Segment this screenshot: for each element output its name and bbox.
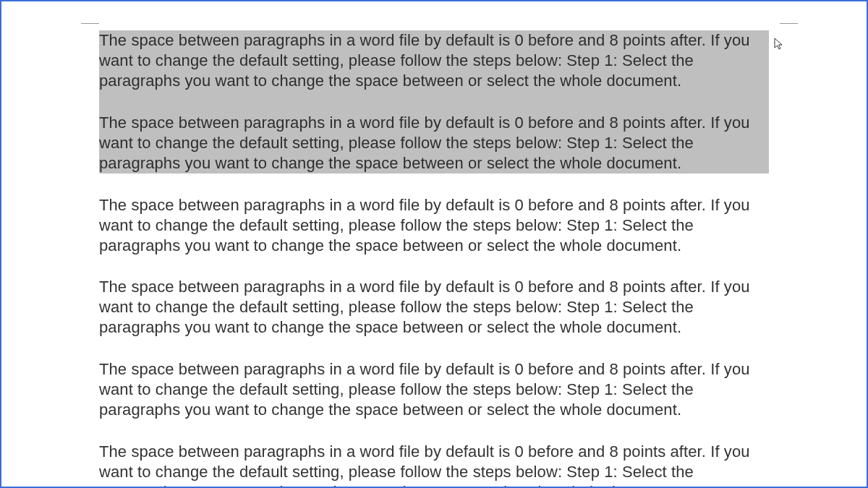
document-page: The space between paragraphs in a word f… bbox=[1, 1, 867, 488]
document-body[interactable]: The space between paragraphs in a word f… bbox=[99, 1, 769, 488]
paragraph[interactable]: The space between paragraphs in a word f… bbox=[99, 30, 769, 91]
paragraph[interactable]: The space between paragraphs in a word f… bbox=[99, 359, 769, 420]
selection-gap bbox=[99, 91, 769, 113]
ruler-margin-left bbox=[81, 23, 99, 24]
paragraph[interactable]: The space between paragraphs in a word f… bbox=[99, 195, 769, 256]
ruler-margin-right bbox=[780, 23, 798, 24]
paragraph[interactable]: The space between paragraphs in a word f… bbox=[99, 113, 769, 174]
paragraph[interactable]: The space between paragraphs in a word f… bbox=[99, 277, 769, 338]
cursor-icon bbox=[774, 38, 784, 51]
paragraph[interactable]: The space between paragraphs in a word f… bbox=[99, 442, 769, 488]
